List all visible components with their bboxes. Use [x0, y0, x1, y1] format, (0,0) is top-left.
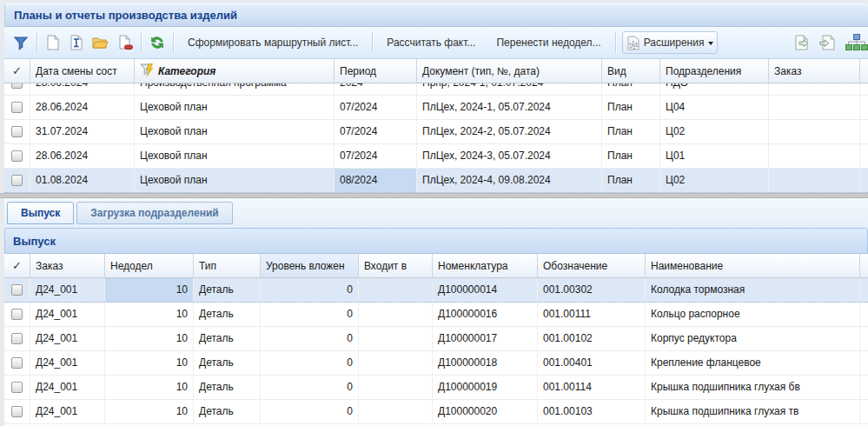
cell-parent [359, 327, 433, 350]
row-checkbox[interactable] [11, 309, 23, 320]
column-label: Наименование [651, 260, 723, 272]
cell-level: 0 [261, 327, 359, 350]
output-col-order[interactable]: Заказ [30, 254, 105, 277]
tab-vypusk[interactable]: Выпуск [7, 202, 74, 224]
filter-icon [13, 36, 29, 50]
cell-shortage: 10 [105, 351, 194, 375]
cell-parent [359, 278, 433, 302]
open-folder-button[interactable] [88, 31, 113, 54]
plans-select-all-header[interactable]: ✓ [4, 59, 30, 83]
format-route-list-button[interactable]: Сформировать маршрутный лист... [177, 31, 368, 54]
filter-button[interactable] [9, 31, 33, 54]
output-col-nomenclature[interactable]: Номенклатура [433, 254, 538, 277]
tab-zagruzka-podrazdeleniy[interactable]: Загрузка подразделений [76, 202, 232, 224]
remove-document-button[interactable] [113, 31, 137, 54]
cell-order [769, 169, 860, 192]
row-checkbox[interactable] [11, 406, 23, 417]
output-col-name[interactable]: Наименование [646, 254, 860, 277]
plans-col-kind[interactable]: Вид [602, 59, 660, 83]
output-select-all-header[interactable]: ✓ [4, 254, 30, 277]
cell-name: Крепление фланцевое [646, 351, 860, 375]
toolbar-separator [615, 32, 616, 53]
output-col-type[interactable]: Тип [194, 254, 261, 277]
plans-row[interactable]: 28.06.2024 Производственная программа 20… [4, 83, 868, 96]
plans-col-category[interactable]: Категория [135, 59, 335, 83]
cell-filler [860, 169, 868, 192]
output-row[interactable]: Д24_001 10 Деталь 0 Д100000016 001.00111… [4, 303, 868, 327]
cell-kind: План [602, 169, 660, 192]
column-label: Уровень вложен [266, 260, 345, 272]
column-label: Номенклатура [438, 260, 508, 272]
calculate-fact-label: Рассчитать факт... [381, 37, 481, 49]
plans-col-division[interactable]: Подразделения [660, 59, 769, 83]
output-row-selected[interactable]: Д24_001 10 Деталь 0 Д100000014 001.00302… [4, 278, 868, 303]
plans-col-document[interactable]: Документ (тип, №, дата) [417, 59, 602, 83]
output-col-shortage[interactable]: Недодел [105, 254, 194, 277]
output-col-designation[interactable]: Обозначение [538, 254, 646, 277]
cell-designation: 001.00102 [538, 327, 646, 350]
hierarchy-button[interactable] [840, 31, 868, 54]
import-icon [819, 35, 836, 50]
row-checkbox[interactable] [11, 83, 23, 89]
calculate-fact-button[interactable]: Рассчитать факт... [376, 31, 486, 54]
new-document-icon [45, 35, 60, 50]
cell-order [769, 120, 860, 143]
cell-nomenclature: Д100000017 [433, 327, 538, 350]
output-row[interactable]: Д24_001 10 Деталь 0 Д100000019 001.00114… [4, 376, 868, 400]
toolbar-separator [141, 32, 142, 53]
cell-document: ПлЦех, 2024-3, 05.07.2024 [417, 144, 602, 168]
extensions-button[interactable]: Расширения [622, 31, 719, 54]
row-checkbox[interactable] [11, 126, 23, 137]
cell-designation: 001.00302 [538, 278, 646, 302]
column-label: Подразделения [666, 65, 741, 77]
column-label: Дата смены сост [36, 65, 117, 77]
export-button[interactable] [790, 31, 815, 54]
cell-division: Ц01 [660, 144, 769, 168]
output-row[interactable]: Д24_001 10 Деталь 0 Д100000017 001.00102… [4, 327, 868, 351]
cell-document: Прпр, 2024-1, 01.07.2024 [417, 83, 602, 95]
cell-parent [359, 303, 433, 326]
row-checkbox[interactable] [11, 382, 23, 393]
cell-date: 28.06.2024 [30, 83, 135, 95]
output-col-level[interactable]: Уровень вложен [261, 254, 359, 277]
plans-col-date[interactable]: Дата смены сост [30, 59, 135, 83]
cell-name: Крышка подшипника глухая тв [646, 400, 860, 423]
output-row[interactable]: Д24_001 10 Деталь 0 Д100000020 001.00103… [4, 400, 868, 424]
plans-row[interactable]: 28.06.2024 Цеховой план 07/2024 ПлЦех, 2… [4, 96, 868, 120]
row-checkbox[interactable] [11, 333, 23, 344]
column-label: Период [340, 65, 376, 77]
cell-parent [359, 351, 433, 375]
row-checkbox[interactable] [11, 102, 23, 113]
panel-title-bar: Планы и отчеты производства изделий [4, 3, 868, 27]
plans-row[interactable]: 31.07.2024 Цеховой план 07/2024 ПлЦех, 2… [4, 120, 868, 144]
edit-document-button[interactable] [64, 31, 88, 54]
cell-period: 07/2024 [335, 96, 417, 119]
cell-level: 0 [261, 303, 359, 326]
plans-row-selected[interactable]: 01.08.2024 Цеховой план 08/2024 ПлЦех, 2… [4, 169, 868, 193]
cell-nomenclature: Д100000016 [433, 303, 538, 326]
new-document-button[interactable] [41, 31, 64, 54]
row-checkbox[interactable] [11, 357, 23, 369]
cell-type: Деталь [194, 278, 261, 302]
cell-order: Д24_001 [30, 278, 105, 302]
page-title: Планы и отчеты производства изделий [14, 9, 237, 22]
cell-division: ПДО [660, 83, 769, 95]
cell-shortage-focused: 10 [105, 278, 194, 302]
output-col-parent[interactable]: Входит в [359, 254, 433, 277]
transfer-backlog-button[interactable]: Перенести недодел... [486, 31, 611, 54]
cell-nomenclature: Д100000014 [433, 278, 538, 302]
output-row[interactable]: Д24_001 10 Деталь 0 Д100000018 001.00401… [4, 351, 868, 376]
hierarchy-icon [845, 33, 868, 52]
cell-level: 0 [261, 278, 359, 302]
cell-document: ПлЦех, 2024-4, 09.08.2024 [417, 169, 602, 192]
toolbar: Сформировать маршрутный лист... Рассчита… [4, 27, 868, 59]
import-button[interactable] [815, 31, 840, 54]
row-checkbox[interactable] [11, 175, 23, 186]
plans-row[interactable]: 28.06.2024 Цеховой план 07/2024 ПлЦех, 2… [4, 144, 868, 169]
row-checkbox[interactable] [11, 284, 23, 296]
row-checkbox[interactable] [11, 150, 23, 162]
plans-col-order[interactable]: Заказ [769, 59, 860, 83]
plans-col-period[interactable]: Период [335, 59, 417, 83]
refresh-button[interactable] [145, 31, 169, 54]
cell-nomenclature: Д100000018 [433, 351, 538, 375]
